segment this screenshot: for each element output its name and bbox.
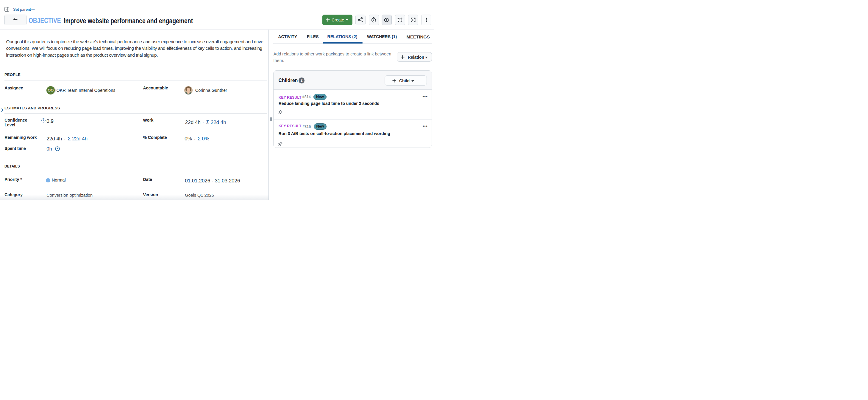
svg-text:?: ?: [42, 119, 44, 122]
